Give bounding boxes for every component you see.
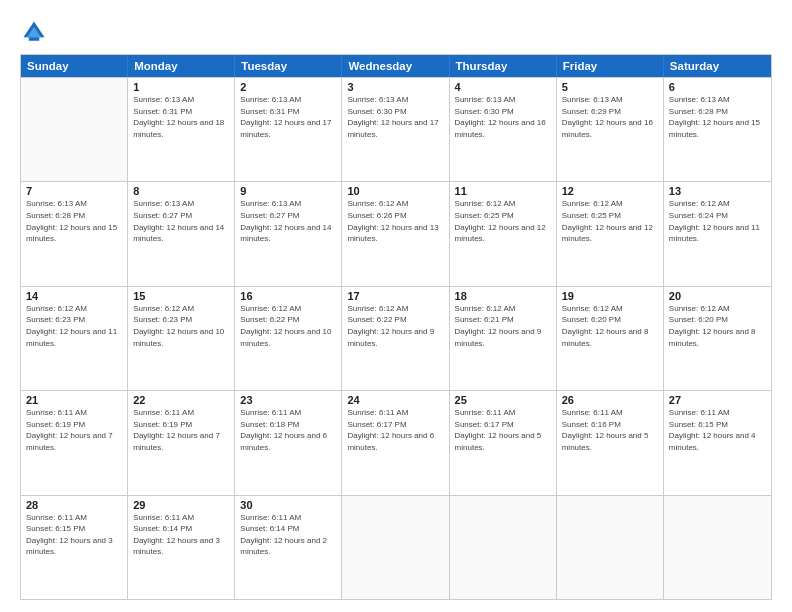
cal-cell: 26Sunrise: 6:11 AM Sunset: 6:16 PM Dayli…: [557, 391, 664, 494]
day-number: 20: [669, 290, 766, 302]
cal-cell: 11Sunrise: 6:12 AM Sunset: 6:25 PM Dayli…: [450, 182, 557, 285]
cal-cell: 15Sunrise: 6:12 AM Sunset: 6:23 PM Dayli…: [128, 287, 235, 390]
cal-cell: 3Sunrise: 6:13 AM Sunset: 6:30 PM Daylig…: [342, 78, 449, 181]
day-info: Sunrise: 6:11 AM Sunset: 6:16 PM Dayligh…: [562, 407, 658, 453]
day-number: 21: [26, 394, 122, 406]
cal-week-3: 14Sunrise: 6:12 AM Sunset: 6:23 PM Dayli…: [21, 286, 771, 390]
day-number: 22: [133, 394, 229, 406]
cal-cell: 4Sunrise: 6:13 AM Sunset: 6:30 PM Daylig…: [450, 78, 557, 181]
cal-cell: 23Sunrise: 6:11 AM Sunset: 6:18 PM Dayli…: [235, 391, 342, 494]
svg-rect-2: [29, 37, 40, 41]
cal-header-tuesday: Tuesday: [235, 55, 342, 77]
day-number: 24: [347, 394, 443, 406]
day-info: Sunrise: 6:12 AM Sunset: 6:20 PM Dayligh…: [669, 303, 766, 349]
day-info: Sunrise: 6:12 AM Sunset: 6:26 PM Dayligh…: [347, 198, 443, 244]
day-number: 15: [133, 290, 229, 302]
day-info: Sunrise: 6:12 AM Sunset: 6:21 PM Dayligh…: [455, 303, 551, 349]
day-info: Sunrise: 6:11 AM Sunset: 6:18 PM Dayligh…: [240, 407, 336, 453]
cal-header-sunday: Sunday: [21, 55, 128, 77]
day-number: 11: [455, 185, 551, 197]
cal-cell: 24Sunrise: 6:11 AM Sunset: 6:17 PM Dayli…: [342, 391, 449, 494]
cal-week-1: 1Sunrise: 6:13 AM Sunset: 6:31 PM Daylig…: [21, 77, 771, 181]
day-info: Sunrise: 6:13 AM Sunset: 6:31 PM Dayligh…: [133, 94, 229, 140]
day-info: Sunrise: 6:12 AM Sunset: 6:25 PM Dayligh…: [455, 198, 551, 244]
day-info: Sunrise: 6:11 AM Sunset: 6:17 PM Dayligh…: [455, 407, 551, 453]
logo: [20, 18, 50, 46]
day-number: 29: [133, 499, 229, 511]
cal-cell: 7Sunrise: 6:13 AM Sunset: 6:28 PM Daylig…: [21, 182, 128, 285]
cal-cell: 18Sunrise: 6:12 AM Sunset: 6:21 PM Dayli…: [450, 287, 557, 390]
day-number: 18: [455, 290, 551, 302]
day-number: 14: [26, 290, 122, 302]
calendar-body: 1Sunrise: 6:13 AM Sunset: 6:31 PM Daylig…: [21, 77, 771, 599]
day-number: 25: [455, 394, 551, 406]
day-info: Sunrise: 6:13 AM Sunset: 6:30 PM Dayligh…: [347, 94, 443, 140]
day-info: Sunrise: 6:12 AM Sunset: 6:23 PM Dayligh…: [133, 303, 229, 349]
cal-week-2: 7Sunrise: 6:13 AM Sunset: 6:28 PM Daylig…: [21, 181, 771, 285]
day-number: 16: [240, 290, 336, 302]
day-info: Sunrise: 6:12 AM Sunset: 6:23 PM Dayligh…: [26, 303, 122, 349]
day-info: Sunrise: 6:12 AM Sunset: 6:25 PM Dayligh…: [562, 198, 658, 244]
cal-header-friday: Friday: [557, 55, 664, 77]
day-info: Sunrise: 6:12 AM Sunset: 6:24 PM Dayligh…: [669, 198, 766, 244]
day-info: Sunrise: 6:11 AM Sunset: 6:14 PM Dayligh…: [240, 512, 336, 558]
day-number: 26: [562, 394, 658, 406]
day-number: 1: [133, 81, 229, 93]
day-info: Sunrise: 6:13 AM Sunset: 6:30 PM Dayligh…: [455, 94, 551, 140]
day-number: 23: [240, 394, 336, 406]
cal-cell: [557, 496, 664, 599]
day-number: 19: [562, 290, 658, 302]
calendar-header-row: SundayMondayTuesdayWednesdayThursdayFrid…: [21, 55, 771, 77]
day-number: 27: [669, 394, 766, 406]
day-number: 7: [26, 185, 122, 197]
day-info: Sunrise: 6:13 AM Sunset: 6:28 PM Dayligh…: [26, 198, 122, 244]
cal-cell: 1Sunrise: 6:13 AM Sunset: 6:31 PM Daylig…: [128, 78, 235, 181]
day-info: Sunrise: 6:13 AM Sunset: 6:29 PM Dayligh…: [562, 94, 658, 140]
day-number: 3: [347, 81, 443, 93]
day-number: 10: [347, 185, 443, 197]
day-info: Sunrise: 6:11 AM Sunset: 6:19 PM Dayligh…: [133, 407, 229, 453]
day-info: Sunrise: 6:13 AM Sunset: 6:31 PM Dayligh…: [240, 94, 336, 140]
header: [20, 18, 772, 46]
cal-cell: 28Sunrise: 6:11 AM Sunset: 6:15 PM Dayli…: [21, 496, 128, 599]
cal-cell: 25Sunrise: 6:11 AM Sunset: 6:17 PM Dayli…: [450, 391, 557, 494]
cal-cell: 6Sunrise: 6:13 AM Sunset: 6:28 PM Daylig…: [664, 78, 771, 181]
calendar: SundayMondayTuesdayWednesdayThursdayFrid…: [20, 54, 772, 600]
day-number: 6: [669, 81, 766, 93]
cal-cell: 8Sunrise: 6:13 AM Sunset: 6:27 PM Daylig…: [128, 182, 235, 285]
day-number: 17: [347, 290, 443, 302]
day-info: Sunrise: 6:13 AM Sunset: 6:27 PM Dayligh…: [240, 198, 336, 244]
day-number: 12: [562, 185, 658, 197]
cal-cell: 29Sunrise: 6:11 AM Sunset: 6:14 PM Dayli…: [128, 496, 235, 599]
day-number: 2: [240, 81, 336, 93]
cal-cell: 16Sunrise: 6:12 AM Sunset: 6:22 PM Dayli…: [235, 287, 342, 390]
day-info: Sunrise: 6:11 AM Sunset: 6:15 PM Dayligh…: [26, 512, 122, 558]
cal-cell: [450, 496, 557, 599]
cal-cell: 10Sunrise: 6:12 AM Sunset: 6:26 PM Dayli…: [342, 182, 449, 285]
cal-cell: 2Sunrise: 6:13 AM Sunset: 6:31 PM Daylig…: [235, 78, 342, 181]
cal-header-thursday: Thursday: [450, 55, 557, 77]
cal-cell: 22Sunrise: 6:11 AM Sunset: 6:19 PM Dayli…: [128, 391, 235, 494]
cal-header-wednesday: Wednesday: [342, 55, 449, 77]
cal-cell: 27Sunrise: 6:11 AM Sunset: 6:15 PM Dayli…: [664, 391, 771, 494]
day-info: Sunrise: 6:11 AM Sunset: 6:19 PM Dayligh…: [26, 407, 122, 453]
cal-cell: 5Sunrise: 6:13 AM Sunset: 6:29 PM Daylig…: [557, 78, 664, 181]
day-number: 30: [240, 499, 336, 511]
day-info: Sunrise: 6:13 AM Sunset: 6:27 PM Dayligh…: [133, 198, 229, 244]
cal-cell: 13Sunrise: 6:12 AM Sunset: 6:24 PM Dayli…: [664, 182, 771, 285]
cal-cell: 20Sunrise: 6:12 AM Sunset: 6:20 PM Dayli…: [664, 287, 771, 390]
cal-cell: 12Sunrise: 6:12 AM Sunset: 6:25 PM Dayli…: [557, 182, 664, 285]
day-number: 8: [133, 185, 229, 197]
day-info: Sunrise: 6:12 AM Sunset: 6:22 PM Dayligh…: [347, 303, 443, 349]
cal-cell: 21Sunrise: 6:11 AM Sunset: 6:19 PM Dayli…: [21, 391, 128, 494]
day-number: 9: [240, 185, 336, 197]
cal-header-saturday: Saturday: [664, 55, 771, 77]
cal-week-5: 28Sunrise: 6:11 AM Sunset: 6:15 PM Dayli…: [21, 495, 771, 599]
cal-cell: 17Sunrise: 6:12 AM Sunset: 6:22 PM Dayli…: [342, 287, 449, 390]
page: SundayMondayTuesdayWednesdayThursdayFrid…: [0, 0, 792, 612]
cal-cell: 14Sunrise: 6:12 AM Sunset: 6:23 PM Dayli…: [21, 287, 128, 390]
cal-cell: [342, 496, 449, 599]
logo-icon: [20, 18, 48, 46]
day-number: 13: [669, 185, 766, 197]
day-info: Sunrise: 6:13 AM Sunset: 6:28 PM Dayligh…: [669, 94, 766, 140]
